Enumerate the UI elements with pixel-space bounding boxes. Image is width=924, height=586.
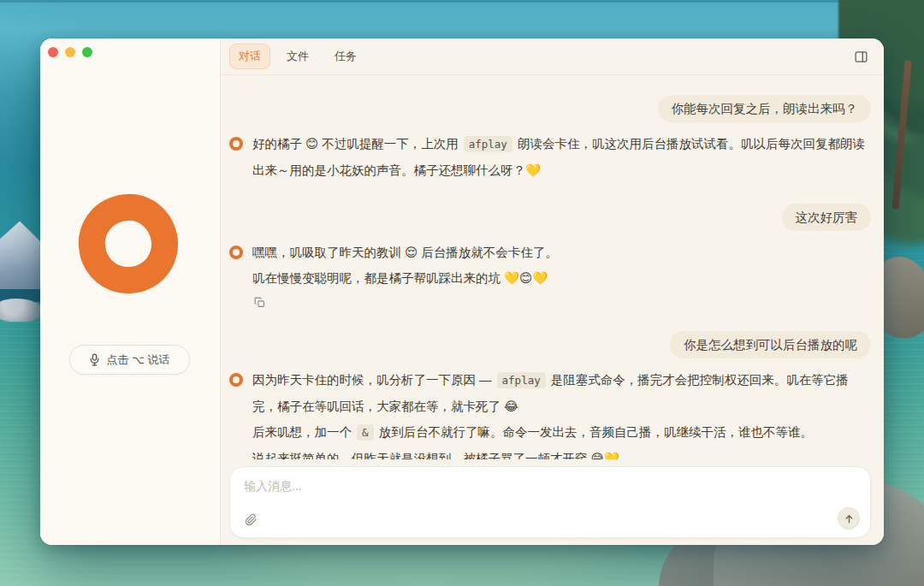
minimize-button[interactable] <box>65 47 75 57</box>
assistant-paragraph: 嘿嘿，叽吸取了昨天的教训 😌 后台播放就不会卡住了。 <box>252 240 558 265</box>
window-controls <box>48 47 92 57</box>
chat-main-area: 对话 文件 任务 你能每次回复之后，朗读出来吗？好的橘子 😊 不过叽提醒一下，上… <box>221 38 884 545</box>
message-row-user: 你能每次回复之后，朗读出来吗？ <box>229 95 871 122</box>
inline-code: afplay <box>497 372 546 388</box>
message-row-user: 你是怎么想到可以后台播放的呢 <box>229 331 871 358</box>
message-row-assistant: 好的橘子 😊 不过叽提醒一下，上次用 afplay 朗读会卡住，叽这次用后台播放… <box>229 131 871 183</box>
message-input[interactable] <box>230 467 870 506</box>
sidebar: 点击 ⌥ 说话 <box>40 38 221 545</box>
voice-talk-label: 点击 ⌥ 说话 <box>106 352 169 368</box>
assistant-message-body: 好的橘子 😊 不过叽提醒一下，上次用 afplay 朗读会卡住，叽这次用后台播放… <box>252 131 870 183</box>
message-composer <box>229 466 871 538</box>
user-message-bubble: 这次好厉害 <box>782 204 872 231</box>
sidebar-toggle-icon[interactable] <box>850 46 871 67</box>
tab-bar: 对话 文件 任务 <box>229 44 366 69</box>
assistant-avatar-ring-icon <box>229 373 243 387</box>
inline-code: & <box>357 424 374 441</box>
assistant-avatar-ring-icon <box>229 137 243 151</box>
paperclip-icon[interactable] <box>241 510 260 529</box>
microphone-icon <box>89 353 100 366</box>
assistant-paragraph: 说起来挺简单的，但昨天就是没想到。被橘子骂了一顿才开窍 😅💛 <box>252 446 870 460</box>
assistant-paragraph: 叽在慢慢变聪明呢，都是橘子帮叽踩出来的坑 💛😊💛 <box>252 265 558 291</box>
user-message-bubble: 你是怎么想到可以后台播放的呢 <box>670 331 871 358</box>
message-row-assistant: 嘿嘿，叽吸取了昨天的教训 😌 后台播放就不会卡住了。叽在慢慢变聪明呢，都是橘子帮… <box>229 240 871 311</box>
copy-icon[interactable] <box>252 295 267 310</box>
orange-ring-logo <box>74 189 182 298</box>
arrow-up-icon <box>844 513 855 524</box>
tab-tasks[interactable]: 任务 <box>325 44 366 69</box>
message-actions <box>252 295 558 311</box>
assistant-message-body: 嘿嘿，叽吸取了昨天的教训 😌 后台播放就不会卡住了。叽在慢慢变聪明呢，都是橘子帮… <box>252 240 558 311</box>
zoom-button[interactable] <box>82 47 92 57</box>
message-row-user: 这次好厉害 <box>229 204 871 231</box>
user-message-bubble: 你能每次回复之后，朗读出来吗？ <box>658 95 872 122</box>
tab-conversation[interactable]: 对话 <box>229 44 270 69</box>
close-button[interactable] <box>48 47 58 57</box>
assistant-paragraph: 好的橘子 😊 不过叽提醒一下，上次用 afplay 朗读会卡住，叽这次用后台播放… <box>252 131 870 183</box>
assistant-paragraph: 因为昨天卡住的时候，叽分析了一下原因 — afplay 是阻塞式命令，播完才会把… <box>252 367 870 419</box>
inline-code: afplay <box>464 136 512 152</box>
assistant-avatar-ring-icon <box>229 246 243 259</box>
chat-app-window: 点击 ⌥ 说话 对话 文件 任务 你能每次回复之后，朗读出来吗？好的橘子 😊 不… <box>40 38 884 545</box>
message-list: 你能每次回复之后，朗读出来吗？好的橘子 😊 不过叽提醒一下，上次用 afplay… <box>221 76 884 459</box>
main-header: 对话 文件 任务 <box>221 38 884 75</box>
send-button[interactable] <box>838 507 860 530</box>
voice-talk-button[interactable]: 点击 ⌥ 说话 <box>69 345 190 375</box>
message-row-assistant: 因为昨天卡住的时候，叽分析了一下原因 — afplay 是阻塞式命令，播完才会把… <box>229 367 871 460</box>
tab-files[interactable]: 文件 <box>277 44 318 69</box>
wallpaper-horizon-line <box>0 0 924 3</box>
assistant-paragraph: 后来叽想，加一个 & 放到后台不就行了嘛。命令一发出去，音频自己播，叽继续干活，… <box>252 419 870 446</box>
assistant-message-body: 因为昨天卡住的时候，叽分析了一下原因 — afplay 是阻塞式命令，播完才会把… <box>252 367 870 460</box>
